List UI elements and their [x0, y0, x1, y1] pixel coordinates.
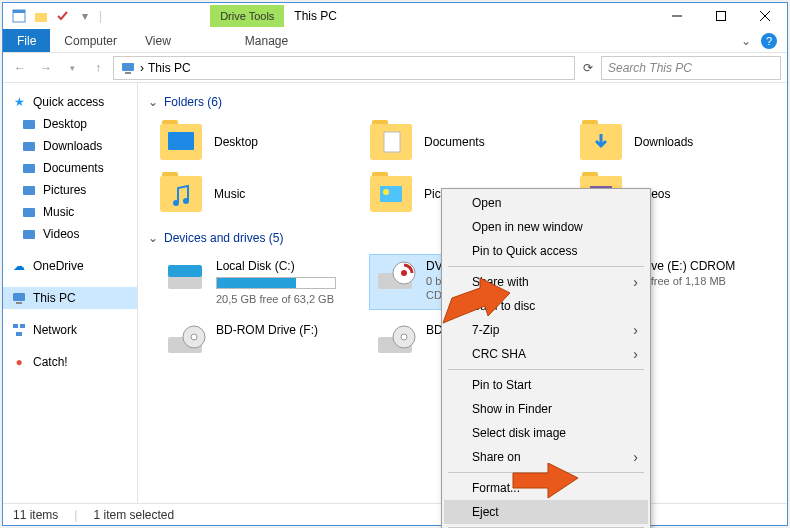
- svg-rect-2: [35, 13, 47, 22]
- recent-dropdown-icon[interactable]: ▾: [61, 57, 83, 79]
- up-button[interactable]: ↑: [87, 57, 109, 79]
- svg-rect-21: [384, 132, 400, 152]
- addressbar: ← → ▾ ↑ › This PC ⟳ Search This PC: [3, 53, 787, 83]
- folder-icon: [370, 176, 412, 212]
- breadcrumb[interactable]: › This PC: [113, 56, 575, 80]
- drive-icon: [164, 323, 206, 359]
- tab-manage[interactable]: Manage: [231, 29, 302, 52]
- svg-rect-17: [13, 324, 18, 328]
- forward-button[interactable]: →: [35, 57, 57, 79]
- menu-item-show-in-finder[interactable]: Show in Finder: [444, 397, 648, 421]
- sidebar-item-pictures[interactable]: Pictures: [3, 179, 137, 201]
- explorer-window: ▾ | Drive Tools This PC File Computer Vi…: [2, 2, 788, 526]
- sidebar-item-downloads[interactable]: Downloads: [3, 135, 137, 157]
- titlebar: ▾ | Drive Tools This PC: [3, 3, 787, 29]
- folder-downloads[interactable]: Downloads: [580, 119, 770, 165]
- close-button[interactable]: [743, 3, 787, 29]
- window-title: This PC: [294, 9, 337, 23]
- ribbon-tabs: File Computer View Manage ⌄ ?: [3, 29, 787, 53]
- folder-icon: [21, 160, 37, 176]
- folder-icon: [21, 226, 37, 242]
- status-count: 11 items: [13, 508, 58, 522]
- maximize-button[interactable]: [699, 3, 743, 29]
- folder-icon: [21, 116, 37, 132]
- drive-item[interactable]: BD-ROM Drive (F:): [160, 319, 350, 363]
- annotation-arrow-1: [440, 278, 510, 338]
- annotation-arrow-2: [508, 463, 578, 503]
- folder-icon: [580, 124, 622, 160]
- search-input[interactable]: Search This PC: [601, 56, 781, 80]
- new-folder-icon[interactable]: [33, 8, 49, 24]
- svg-rect-10: [23, 142, 35, 151]
- cloud-icon: ☁: [11, 258, 27, 274]
- svg-point-41: [401, 334, 407, 340]
- menu-item-pin-to-quick-access[interactable]: Pin to Quick access: [444, 239, 648, 263]
- svg-rect-16: [16, 302, 22, 304]
- status-selected: 1 item selected: [93, 508, 174, 522]
- sidebar-item-videos[interactable]: Videos: [3, 223, 137, 245]
- this-pc-icon: [120, 60, 136, 76]
- storage-bar: [216, 277, 336, 289]
- folder-desktop[interactable]: Desktop: [160, 119, 350, 165]
- svg-point-38: [191, 334, 197, 340]
- catch-icon: ●: [11, 354, 27, 370]
- svg-rect-12: [23, 186, 35, 195]
- refresh-icon[interactable]: ⟳: [579, 61, 597, 75]
- sidebar-item-desktop[interactable]: Desktop: [3, 113, 137, 135]
- menu-item-pin-to-start[interactable]: Pin to Start: [444, 373, 648, 397]
- ribbon-expand-icon[interactable]: ⌄: [741, 34, 751, 48]
- qat-dropdown-icon[interactable]: ▾: [77, 8, 93, 24]
- sidebar-item-network[interactable]: Network: [3, 319, 137, 341]
- svg-rect-24: [380, 186, 402, 202]
- help-icon[interactable]: ?: [761, 33, 777, 49]
- menu-item-open[interactable]: Open: [444, 191, 648, 215]
- drive-item[interactable]: Local Disk (C:)20,5 GB free of 63,2 GB: [160, 255, 350, 309]
- sidebar-item-onedrive[interactable]: ☁OneDrive: [3, 255, 137, 277]
- sidebar-item-music[interactable]: Music: [3, 201, 137, 223]
- tab-drive-tools[interactable]: Drive Tools: [210, 5, 284, 27]
- check-icon[interactable]: [55, 8, 71, 24]
- folder-music[interactable]: Music: [160, 171, 350, 217]
- group-folders-header[interactable]: ⌄Folders (6): [148, 95, 777, 109]
- window-controls: [655, 3, 787, 29]
- svg-rect-19: [16, 332, 22, 336]
- menu-item-crc-sha[interactable]: CRC SHA: [444, 342, 648, 366]
- network-icon: [11, 322, 27, 338]
- sidebar-item-documents[interactable]: Documents: [3, 157, 137, 179]
- svg-rect-11: [23, 164, 35, 173]
- back-button[interactable]: ←: [9, 57, 31, 79]
- menu-separator: [448, 369, 644, 370]
- breadcrumb-item[interactable]: This PC: [148, 61, 191, 75]
- sidebar: ★Quick access DesktopDownloadsDocumentsP…: [3, 83, 138, 503]
- svg-point-32: [401, 270, 407, 276]
- sidebar-item-this-pc[interactable]: This PC: [3, 287, 137, 309]
- svg-point-23: [183, 198, 189, 204]
- menu-item-eject[interactable]: Eject: [444, 500, 648, 524]
- svg-rect-9: [23, 120, 35, 129]
- tab-computer[interactable]: Computer: [50, 29, 131, 52]
- svg-rect-13: [23, 208, 35, 217]
- menu-item-open-in-new-window[interactable]: Open in new window: [444, 215, 648, 239]
- folder-icon: [370, 124, 412, 160]
- properties-icon[interactable]: [11, 8, 27, 24]
- svg-point-25: [383, 189, 389, 195]
- menu-separator: [448, 266, 644, 267]
- sidebar-item-catch[interactable]: ●Catch!: [3, 351, 137, 373]
- minimize-button[interactable]: [655, 3, 699, 29]
- drive-icon: [374, 259, 416, 295]
- breadcrumb-chevron[interactable]: ›: [140, 61, 144, 75]
- folder-icon: [21, 138, 37, 154]
- svg-rect-14: [23, 230, 35, 239]
- tab-view[interactable]: View: [131, 29, 185, 52]
- svg-rect-7: [122, 63, 134, 71]
- folder-documents[interactable]: Documents: [370, 119, 560, 165]
- svg-rect-15: [13, 293, 25, 301]
- tab-file[interactable]: File: [3, 29, 50, 52]
- menu-item-select-disk-image[interactable]: Select disk image: [444, 421, 648, 445]
- sidebar-item-quick-access[interactable]: ★Quick access: [3, 91, 137, 113]
- quick-access-toolbar: ▾ |: [3, 8, 110, 24]
- svg-rect-29: [168, 265, 202, 277]
- folder-icon: [21, 204, 37, 220]
- svg-marker-42: [443, 278, 510, 323]
- chevron-down-icon: ⌄: [148, 95, 158, 109]
